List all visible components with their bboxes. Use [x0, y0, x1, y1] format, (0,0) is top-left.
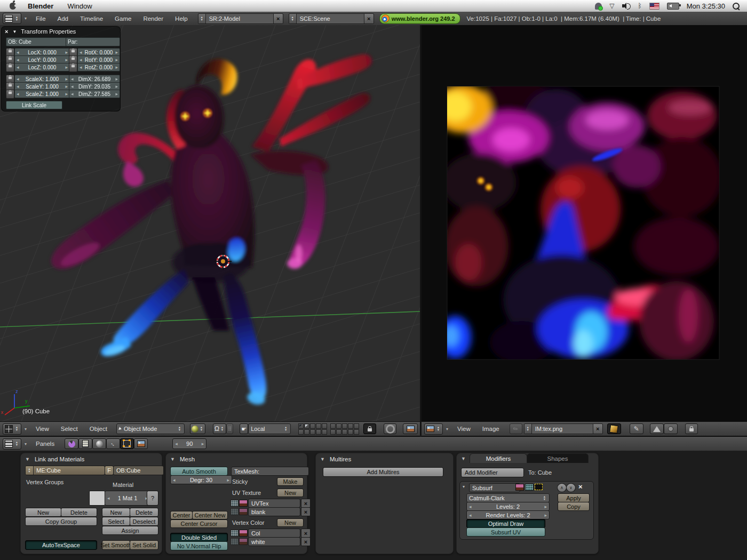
uv-image-icon[interactable]	[239, 500, 248, 507]
layer-cell[interactable]	[354, 429, 359, 435]
scene-name[interactable]: SCE:Scene	[297, 15, 364, 22]
vgroup-delete-button[interactable]: Delete	[61, 508, 97, 517]
layer-cell[interactable]	[298, 423, 304, 429]
dimz-field[interactable]: ◂DimZ: 27.585▸	[69, 90, 120, 98]
image-window-type-button[interactable]: ▴▾	[424, 423, 443, 435]
frame-number-stepper[interactable]: ◂90▸	[172, 438, 206, 449]
image-collapse-menus-icon[interactable]: ▾	[446, 427, 448, 431]
image-menu-view[interactable]: View	[457, 426, 471, 432]
material-assign-button[interactable]: Assign	[102, 526, 158, 535]
material-delete-button[interactable]: Delete	[130, 508, 158, 517]
material-color-swatch[interactable]	[89, 491, 105, 506]
mac-app-name[interactable]: Blender	[28, 2, 53, 10]
modifier-apply-button[interactable]: Apply	[558, 493, 590, 502]
spotlight-search-icon[interactable]	[733, 3, 740, 10]
viewport-menu-object[interactable]: Object	[90, 426, 107, 432]
modifier-name-field[interactable]: Subsurf	[469, 483, 520, 492]
image-unlink-button[interactable]: ×	[593, 424, 602, 434]
pivot-dropdown[interactable]: Ω ▴▾	[213, 423, 226, 434]
viewport-window-type-button[interactable]: ▴▾	[3, 423, 21, 435]
screen-name[interactable]: SR:2-Model	[206, 15, 273, 22]
menu-render[interactable]: Render	[143, 15, 163, 22]
uv-texture-new-button[interactable]: New	[277, 489, 304, 497]
modifier-move-up-button[interactable]: ∧	[557, 483, 567, 492]
render-levels-stepper[interactable]: ◂Render Levels: 2▸	[466, 510, 550, 519]
buttons-window-type-button[interactable]: ▴▾	[3, 438, 21, 450]
layer-cell[interactable]	[348, 423, 353, 429]
uv-grid-icon[interactable]	[231, 508, 239, 515]
modifier-editmode-toggle-icon[interactable]	[535, 484, 543, 490]
tab-shapes[interactable]: Shapes	[527, 453, 589, 463]
material-new-button[interactable]: New	[102, 508, 130, 517]
center-button[interactable]: Center	[170, 511, 193, 519]
editing-context-button[interactable]	[120, 438, 134, 449]
collapse-icon[interactable]: ▼	[25, 457, 30, 462]
ob-name-field[interactable]: OB: Cube	[6, 37, 67, 46]
uv-grid-icon[interactable]	[231, 500, 239, 507]
wifi-icon[interactable]: ▽	[609, 2, 614, 10]
image-datablock-selector[interactable]: ▴▾ IM:tex.png ×	[524, 423, 603, 434]
layer-cell[interactable]	[316, 429, 321, 435]
lock-rotz-button[interactable]	[69, 63, 77, 72]
layer-cell[interactable]	[310, 429, 315, 435]
layer-cell[interactable]	[330, 429, 336, 435]
mac-window-menu[interactable]: Window	[67, 2, 92, 10]
scene-browse-button[interactable]: ▴▾	[289, 14, 297, 23]
vcol-layer-delete-button[interactable]: ×	[301, 537, 311, 546]
vcol-layer-name[interactable]: Col	[248, 529, 300, 538]
vertex-color-new-button[interactable]: New	[277, 518, 304, 527]
copy-group-button[interactable]: Copy Group	[25, 517, 97, 526]
logic-context-button[interactable]	[65, 438, 78, 449]
auto-smooth-toggle[interactable]: Auto Smooth	[170, 467, 228, 476]
image-menu-image[interactable]: Image	[482, 426, 499, 432]
texmesh-field[interactable]: TexMesh:	[231, 467, 309, 476]
tab-modifiers[interactable]: Modifiers	[470, 453, 527, 463]
viewport-collapse-menus-icon[interactable]: ▾	[25, 427, 27, 431]
dither-button[interactable]	[664, 423, 678, 434]
modifier-delete-button[interactable]: ×	[578, 483, 583, 491]
modifier-copy-button[interactable]: Copy	[558, 502, 590, 511]
shading-context-button[interactable]	[92, 438, 106, 449]
collapse-icon[interactable]: ▼	[170, 457, 175, 462]
locz-field[interactable]: ◂LocZ: 0.000▸	[14, 63, 70, 71]
scalez-field[interactable]: ◂ScaleZ: 1.000▸	[14, 90, 70, 98]
viewport-menu-select[interactable]: Select	[61, 426, 78, 432]
center-new-button[interactable]: Center New	[192, 511, 228, 519]
volume-icon[interactable]	[622, 3, 631, 9]
layer-cell[interactable]	[316, 423, 321, 429]
subdiv-type-dropdown[interactable]: Catmull-Clark ▴▾	[466, 493, 550, 502]
fake-user-button[interactable]: F	[105, 466, 114, 475]
screen-delete-button[interactable]: ×	[273, 14, 283, 23]
draw-faces-toggle-button[interactable]	[607, 423, 621, 434]
clip-uv-button[interactable]	[685, 423, 698, 434]
panels-menu[interactable]: Panels	[36, 441, 54, 447]
vcol-grid-icon[interactable]	[231, 538, 239, 545]
set-solid-button[interactable]: Set Solid	[130, 540, 158, 550]
uv-layer-name[interactable]: UVTex	[248, 499, 300, 508]
double-sided-toggle[interactable]: Double Sided	[170, 533, 228, 542]
layer-cell[interactable]	[310, 423, 315, 429]
mode-dropdown[interactable]: Object Mode ▴▾	[116, 423, 185, 434]
sticky-make-button[interactable]: Make	[277, 477, 304, 486]
layer-cell[interactable]	[330, 423, 336, 429]
menu-add[interactable]: Add	[58, 15, 68, 22]
layer-cell[interactable]	[342, 429, 347, 435]
manipulator-toggle-button[interactable]: ⠿	[226, 423, 233, 434]
optimal-draw-toggle[interactable]: Optimal Draw	[466, 519, 545, 528]
vcol-image-icon[interactable]	[239, 530, 248, 537]
collapse-icon[interactable]: ▼	[461, 456, 466, 461]
layer-cell[interactable]	[342, 423, 347, 429]
vcol-grid-icon[interactable]	[231, 530, 239, 537]
menu-timeline[interactable]: Timeline	[80, 15, 103, 22]
parent-field[interactable]: Par:	[66, 37, 120, 46]
degr-stepper[interactable]: ◂Degr: 30▸	[170, 475, 232, 484]
orientation-dropdown[interactable]: Local ▴▾	[248, 423, 291, 434]
modifier-view-toggle-icon[interactable]	[525, 484, 534, 491]
menu-file[interactable]: File	[36, 15, 46, 22]
autotexspace-toggle[interactable]: AutoTexSpace	[25, 540, 97, 550]
apple-menu-icon[interactable]	[10, 3, 16, 10]
add-multires-button[interactable]: Add Multires	[323, 467, 443, 477]
uv-layer-delete-button[interactable]: ×	[301, 507, 311, 516]
material-deselect-button[interactable]: Deselect	[130, 517, 158, 526]
lock-scalez-button[interactable]	[6, 90, 14, 99]
